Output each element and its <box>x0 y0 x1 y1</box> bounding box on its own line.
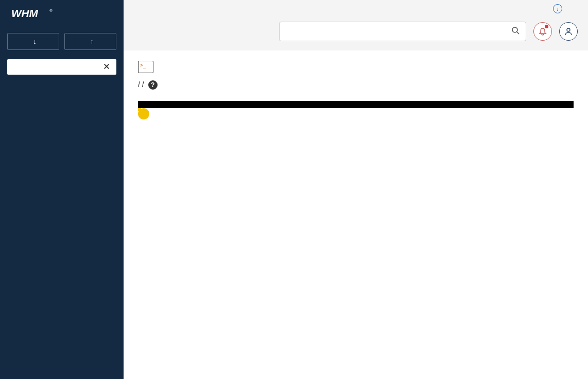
arrow-up-icon: ↑ <box>90 38 94 45</box>
server-info-bar: ↓ <box>124 0 588 18</box>
sidebar-search[interactable] <box>7 59 116 75</box>
svg-text:WHM: WHM <box>11 7 39 19</box>
global-search-input[interactable] <box>286 27 511 36</box>
notifications-button[interactable] <box>533 22 552 41</box>
svg-line-3 <box>517 32 519 34</box>
global-search[interactable] <box>279 22 526 41</box>
breadcrumb: / / ? <box>138 80 574 90</box>
expand-all-button[interactable]: ↓ <box>7 33 59 50</box>
download-update-icon[interactable]: ↓ <box>553 4 562 13</box>
sidebar-search-input[interactable] <box>12 63 103 71</box>
notification-dot-icon <box>545 25 548 28</box>
svg-point-2 <box>512 27 517 32</box>
sidebar: WHM® ↓ ↑ <box>0 0 124 379</box>
search-icon <box>511 26 520 37</box>
whm-logo[interactable]: WHM® <box>0 0 124 28</box>
highlight-box <box>138 108 141 111</box>
callout-badge <box>138 108 149 119</box>
toolbar <box>124 18 588 50</box>
sidebar-nav <box>0 81 124 87</box>
terminal-output[interactable] <box>138 101 574 108</box>
help-icon[interactable]: ? <box>148 80 158 90</box>
collapse-all-button[interactable]: ↑ <box>64 33 116 50</box>
clear-search-icon[interactable] <box>103 63 111 71</box>
arrow-down-icon: ↓ <box>33 38 37 45</box>
svg-point-4 <box>567 28 570 31</box>
account-button[interactable] <box>559 22 578 41</box>
terminal-icon <box>138 61 153 73</box>
svg-text:®: ® <box>50 9 53 12</box>
